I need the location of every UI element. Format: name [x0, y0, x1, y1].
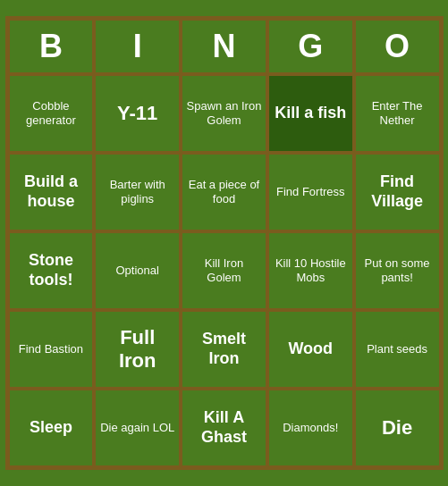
bingo-cell: Kill Iron Golem	[181, 231, 267, 310]
header-letter: N	[181, 19, 267, 74]
bingo-cell: Spawn an Iron Golem	[181, 74, 267, 153]
bingo-cell: Die	[354, 389, 441, 467]
bingo-cell: Kill A Ghast	[181, 389, 267, 467]
bingo-cell: Eat a piece of food	[181, 153, 267, 231]
bingo-cell: Barter with piglins	[94, 153, 181, 231]
bingo-cell: Smelt Iron	[181, 310, 267, 389]
bingo-cell: Kill a fish	[267, 74, 354, 153]
bingo-cell: Build a house	[8, 153, 95, 231]
bingo-cell: Find Bastion	[8, 310, 95, 389]
bingo-cell: Full Iron	[94, 310, 181, 389]
bingo-cell: Stone tools!	[8, 231, 95, 310]
bingo-cell: Find Village	[354, 153, 441, 231]
bingo-cell: Find Fortress	[267, 153, 354, 231]
bingo-header: BINGO	[8, 19, 441, 74]
bingo-cell: Put on some pants!	[354, 231, 441, 310]
bingo-cell: Optional	[94, 231, 181, 310]
bingo-cell: Cobble generator	[8, 74, 95, 153]
header-letter: G	[267, 19, 354, 74]
bingo-cell: Die again LOL	[94, 389, 181, 467]
bingo-cell: Wood	[267, 310, 354, 389]
header-letter: O	[354, 19, 441, 74]
header-letter: I	[94, 19, 181, 74]
bingo-cell: Kill 10 Hostile Mobs	[267, 231, 354, 310]
bingo-card: BINGO Cobble generatorY-11Spawn an Iron …	[5, 16, 444, 470]
bingo-cell: Y-11	[94, 74, 181, 153]
bingo-grid: Cobble generatorY-11Spawn an Iron GolemK…	[8, 74, 441, 467]
bingo-cell: Plant seeds	[354, 310, 441, 389]
header-letter: B	[8, 19, 95, 74]
bingo-cell: Diamonds!	[267, 389, 354, 467]
bingo-cell: Sleep	[8, 389, 95, 467]
bingo-cell: Enter The Nether	[354, 74, 441, 153]
